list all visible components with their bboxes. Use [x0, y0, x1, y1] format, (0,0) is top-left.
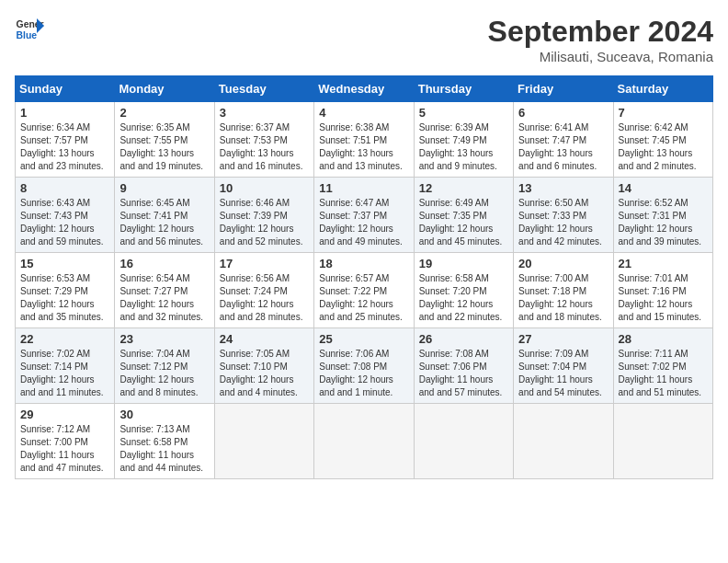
calendar-cell	[414, 404, 513, 479]
day-number: 25	[319, 332, 408, 346]
day-number: 6	[518, 106, 608, 120]
day-number: 12	[419, 181, 508, 195]
weekday-header-row: Sunday Monday Tuesday Wednesday Thursday…	[16, 76, 713, 102]
day-number: 24	[220, 332, 309, 346]
day-number: 7	[619, 106, 708, 120]
calendar-table: Sunday Monday Tuesday Wednesday Thursday…	[15, 75, 713, 479]
calendar-cell: 5Sunrise: 6:39 AMSunset: 7:49 PMDaylight…	[414, 102, 513, 178]
day-number: 5	[419, 106, 508, 120]
day-number: 22	[20, 332, 109, 346]
calendar-cell	[514, 404, 613, 479]
calendar-cell: 12Sunrise: 6:49 AMSunset: 7:35 PMDayligh…	[414, 178, 513, 253]
day-number: 9	[119, 181, 209, 195]
calendar-cell: 23Sunrise: 7:04 AMSunset: 7:12 PMDayligh…	[115, 328, 214, 404]
calendar-cell: 7Sunrise: 6:42 AMSunset: 7:45 PMDaylight…	[613, 102, 712, 178]
day-info: Sunrise: 6:41 AMSunset: 7:47 PMDaylight:…	[518, 121, 608, 173]
header-tuesday: Tuesday	[214, 76, 313, 102]
calendar-cell: 13Sunrise: 6:50 AMSunset: 7:33 PMDayligh…	[514, 178, 613, 253]
day-number: 26	[419, 332, 508, 346]
header-sunday: Sunday	[16, 76, 115, 102]
day-info: Sunrise: 6:37 AMSunset: 7:53 PMDaylight:…	[220, 121, 309, 173]
day-number: 30	[119, 408, 209, 421]
calendar-cell	[314, 404, 414, 479]
day-info: Sunrise: 6:35 AMSunset: 7:55 PMDaylight:…	[119, 121, 209, 173]
calendar-cell: 14Sunrise: 6:52 AMSunset: 7:31 PMDayligh…	[613, 178, 712, 253]
title-area: September 2024 Milisauti, Suceava, Roman…	[488, 15, 713, 64]
calendar-cell: 3Sunrise: 6:37 AMSunset: 7:53 PMDaylight…	[214, 102, 313, 178]
calendar-cell: 28Sunrise: 7:11 AMSunset: 7:02 PMDayligh…	[613, 328, 712, 404]
calendar-cell: 4Sunrise: 6:38 AMSunset: 7:51 PMDaylight…	[314, 102, 414, 178]
calendar-cell: 8Sunrise: 6:43 AMSunset: 7:43 PMDaylight…	[16, 178, 115, 253]
day-info: Sunrise: 6:43 AMSunset: 7:43 PMDaylight:…	[20, 197, 109, 248]
day-number: 18	[319, 257, 408, 270]
day-info: Sunrise: 6:42 AMSunset: 7:45 PMDaylight:…	[619, 121, 708, 173]
day-info: Sunrise: 6:50 AMSunset: 7:33 PMDaylight:…	[518, 197, 608, 248]
calendar-cell: 2Sunrise: 6:35 AMSunset: 7:55 PMDaylight…	[115, 102, 214, 178]
calendar-week-row: 22Sunrise: 7:02 AMSunset: 7:14 PMDayligh…	[16, 328, 713, 404]
day-number: 8	[20, 181, 109, 195]
day-number: 20	[518, 257, 608, 270]
calendar-cell: 20Sunrise: 7:00 AMSunset: 7:18 PMDayligh…	[514, 253, 613, 328]
header-thursday: Thursday	[414, 76, 513, 102]
day-number: 29	[20, 408, 109, 421]
day-number: 2	[119, 106, 209, 120]
day-number: 23	[119, 332, 209, 346]
day-number: 4	[319, 106, 408, 120]
day-info: Sunrise: 7:06 AMSunset: 7:08 PMDaylight:…	[319, 348, 408, 399]
day-number: 16	[119, 257, 209, 270]
day-info: Sunrise: 7:08 AMSunset: 7:06 PMDaylight:…	[419, 348, 508, 399]
calendar-cell: 1Sunrise: 6:34 AMSunset: 7:57 PMDaylight…	[16, 102, 115, 178]
calendar-cell: 19Sunrise: 6:58 AMSunset: 7:20 PMDayligh…	[414, 253, 513, 328]
day-info: Sunrise: 7:11 AMSunset: 7:02 PMDaylight:…	[619, 348, 708, 399]
day-number: 10	[220, 181, 309, 195]
day-info: Sunrise: 7:04 AMSunset: 7:12 PMDaylight:…	[119, 348, 209, 399]
calendar-week-row: 15Sunrise: 6:53 AMSunset: 7:29 PMDayligh…	[16, 253, 713, 328]
calendar-cell: 10Sunrise: 6:46 AMSunset: 7:39 PMDayligh…	[214, 178, 313, 253]
day-info: Sunrise: 6:38 AMSunset: 7:51 PMDaylight:…	[319, 121, 408, 173]
header-friday: Friday	[514, 76, 613, 102]
day-info: Sunrise: 7:13 AMSunset: 6:58 PMDaylight:…	[119, 423, 209, 475]
day-number: 17	[220, 257, 309, 270]
header-wednesday: Wednesday	[314, 76, 414, 102]
day-info: Sunrise: 6:39 AMSunset: 7:49 PMDaylight:…	[419, 121, 508, 173]
day-info: Sunrise: 6:49 AMSunset: 7:35 PMDaylight:…	[419, 197, 508, 248]
day-info: Sunrise: 7:01 AMSunset: 7:16 PMDaylight:…	[619, 272, 708, 324]
day-number: 13	[518, 181, 608, 195]
logo-icon: General Blue	[15, 15, 44, 44]
day-info: Sunrise: 7:00 AMSunset: 7:18 PMDaylight:…	[518, 272, 608, 324]
calendar-cell: 25Sunrise: 7:06 AMSunset: 7:08 PMDayligh…	[314, 328, 414, 404]
day-info: Sunrise: 6:56 AMSunset: 7:24 PMDaylight:…	[220, 272, 309, 324]
day-info: Sunrise: 6:54 AMSunset: 7:27 PMDaylight:…	[119, 272, 209, 324]
day-number: 28	[619, 332, 708, 346]
calendar-cell: 11Sunrise: 6:47 AMSunset: 7:37 PMDayligh…	[314, 178, 414, 253]
day-info: Sunrise: 7:05 AMSunset: 7:10 PMDaylight:…	[220, 348, 309, 399]
calendar-cell: 15Sunrise: 6:53 AMSunset: 7:29 PMDayligh…	[16, 253, 115, 328]
calendar-cell: 21Sunrise: 7:01 AMSunset: 7:16 PMDayligh…	[613, 253, 712, 328]
day-info: Sunrise: 7:12 AMSunset: 7:00 PMDaylight:…	[20, 423, 109, 475]
day-info: Sunrise: 6:57 AMSunset: 7:22 PMDaylight:…	[319, 272, 408, 324]
day-info: Sunrise: 6:53 AMSunset: 7:29 PMDaylight:…	[20, 272, 109, 324]
page-header: General Blue September 2024 Milisauti, S…	[15, 15, 713, 64]
calendar-cell: 16Sunrise: 6:54 AMSunset: 7:27 PMDayligh…	[115, 253, 214, 328]
day-number: 15	[20, 257, 109, 270]
location-subtitle: Milisauti, Suceava, Romania	[488, 49, 713, 64]
calendar-cell: 9Sunrise: 6:45 AMSunset: 7:41 PMDaylight…	[115, 178, 214, 253]
calendar-week-row: 8Sunrise: 6:43 AMSunset: 7:43 PMDaylight…	[16, 178, 713, 253]
day-number: 14	[619, 181, 708, 195]
header-monday: Monday	[115, 76, 214, 102]
day-info: Sunrise: 6:47 AMSunset: 7:37 PMDaylight:…	[319, 197, 408, 248]
day-info: Sunrise: 6:46 AMSunset: 7:39 PMDaylight:…	[220, 197, 309, 248]
calendar-cell: 29Sunrise: 7:12 AMSunset: 7:00 PMDayligh…	[16, 404, 115, 479]
calendar-cell: 17Sunrise: 6:56 AMSunset: 7:24 PMDayligh…	[214, 253, 313, 328]
calendar-week-row: 29Sunrise: 7:12 AMSunset: 7:00 PMDayligh…	[16, 404, 713, 479]
calendar-cell: 6Sunrise: 6:41 AMSunset: 7:47 PMDaylight…	[514, 102, 613, 178]
calendar-cell	[613, 404, 712, 479]
header-saturday: Saturday	[613, 76, 712, 102]
day-number: 3	[220, 106, 309, 120]
day-info: Sunrise: 6:45 AMSunset: 7:41 PMDaylight:…	[119, 197, 209, 248]
calendar-cell: 18Sunrise: 6:57 AMSunset: 7:22 PMDayligh…	[314, 253, 414, 328]
calendar-cell: 22Sunrise: 7:02 AMSunset: 7:14 PMDayligh…	[16, 328, 115, 404]
calendar-cell	[214, 404, 313, 479]
calendar-cell: 24Sunrise: 7:05 AMSunset: 7:10 PMDayligh…	[214, 328, 313, 404]
calendar-week-row: 1Sunrise: 6:34 AMSunset: 7:57 PMDaylight…	[16, 102, 713, 178]
